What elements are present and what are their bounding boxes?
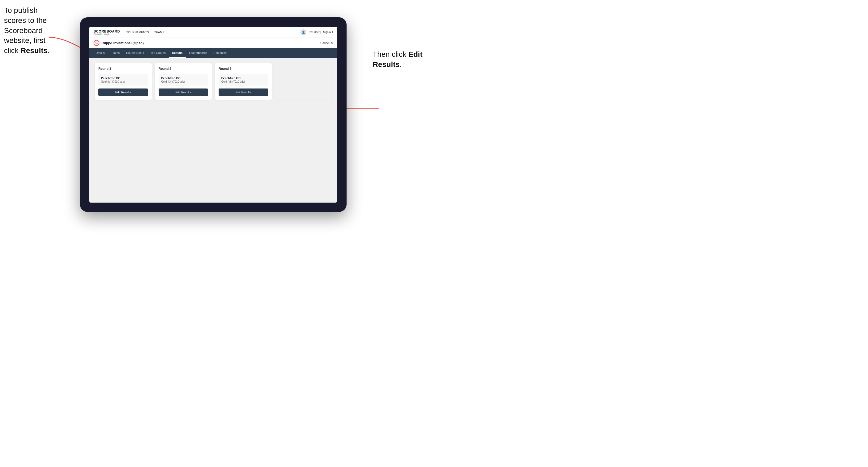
- rounds-grid: Round 1 Peachtree GC Gold (M) (7010 yds)…: [95, 63, 332, 100]
- sign-out-link[interactable]: Sign out: [323, 31, 333, 34]
- round-3-edit-results-button[interactable]: Edit Results: [219, 89, 268, 96]
- tab-course-setup[interactable]: Course Setup: [123, 48, 147, 58]
- instruction-right-prefix: Then click: [373, 50, 408, 58]
- nav-teams[interactable]: TEAMS: [154, 30, 164, 35]
- round-4-card-empty: [275, 63, 332, 100]
- tab-tee-groups[interactable]: Tee Groups: [147, 48, 169, 58]
- round-3-course-card: Peachtree GC Gold (M) (7010 yds): [219, 74, 268, 86]
- instruction-right-suffix: .: [400, 60, 402, 68]
- round-2-title: Round 2: [159, 67, 208, 71]
- main-content: Round 1 Peachtree GC Gold (M) (7010 yds)…: [89, 58, 337, 203]
- round-1-card: Round 1 Peachtree GC Gold (M) (7010 yds)…: [95, 63, 152, 100]
- round-2-edit-results-button[interactable]: Edit Results: [159, 89, 208, 96]
- user-label: Test User |: [308, 31, 321, 34]
- instruction-results-bold: Results: [21, 46, 48, 55]
- top-navigation: SCOREBOARD Powered by clippd TOURNAMENTS…: [89, 27, 337, 38]
- round-2-course-name: Peachtree GC: [161, 76, 206, 80]
- tab-navigation: Details Teams Course Setup Tee Groups Re…: [89, 48, 337, 58]
- tournament-c-icon: C: [94, 40, 99, 46]
- user-icon: 👤: [301, 29, 306, 35]
- round-1-course-details: Gold (M) (7010 yds): [101, 80, 145, 83]
- instruction-right: Then click Edit Results.: [373, 49, 426, 69]
- tab-teams[interactable]: Teams: [108, 48, 123, 58]
- tab-printables[interactable]: Printables: [210, 48, 230, 58]
- round-1-edit-results-button[interactable]: Edit Results: [98, 89, 148, 96]
- nav-tournaments[interactable]: TOURNAMENTS: [126, 30, 149, 35]
- round-3-card: Round 3 Peachtree GC Gold (M) (7010 yds)…: [215, 63, 272, 100]
- tablet-screen: SCOREBOARD Powered by clippd TOURNAMENTS…: [89, 27, 337, 203]
- tab-leaderboards[interactable]: Leaderboards: [186, 48, 210, 58]
- logo-area: SCOREBOARD Powered by clippd: [94, 30, 120, 35]
- cancel-button[interactable]: Cancel ✕: [320, 41, 333, 45]
- nav-links: TOURNAMENTS TEAMS: [126, 30, 301, 35]
- round-1-course-card: Peachtree GC Gold (M) (7010 yds): [98, 74, 148, 86]
- round-2-course-card: Peachtree GC Gold (M) (7010 yds): [159, 74, 208, 86]
- round-2-card: Round 2 Peachtree GC Gold (M) (7010 yds)…: [155, 63, 212, 100]
- nav-right: 👤 Test User | Sign out: [301, 29, 333, 35]
- logo-text: SCOREBOARD: [94, 30, 120, 33]
- round-1-course-name: Peachtree GC: [101, 76, 145, 80]
- tab-details[interactable]: Details: [93, 48, 108, 58]
- round-1-title: Round 1: [98, 67, 148, 71]
- round-3-course-details: Gold (M) (7010 yds): [221, 80, 266, 83]
- tournament-header: C Clippd Invitational (Open) Cancel ✕: [89, 38, 337, 48]
- tournament-title-area: C Clippd Invitational (Open): [94, 40, 144, 46]
- round-3-title: Round 3: [219, 67, 268, 71]
- logo-sub: Powered by clippd: [94, 33, 120, 35]
- tab-results[interactable]: Results: [169, 48, 186, 58]
- round-2-course-details: Gold (M) (7010 yds): [161, 80, 206, 83]
- round-3-course-name: Peachtree GC: [221, 76, 266, 80]
- tournament-title: Clippd Invitational (Open): [101, 41, 144, 45]
- tablet-device: SCOREBOARD Powered by clippd TOURNAMENTS…: [80, 17, 347, 212]
